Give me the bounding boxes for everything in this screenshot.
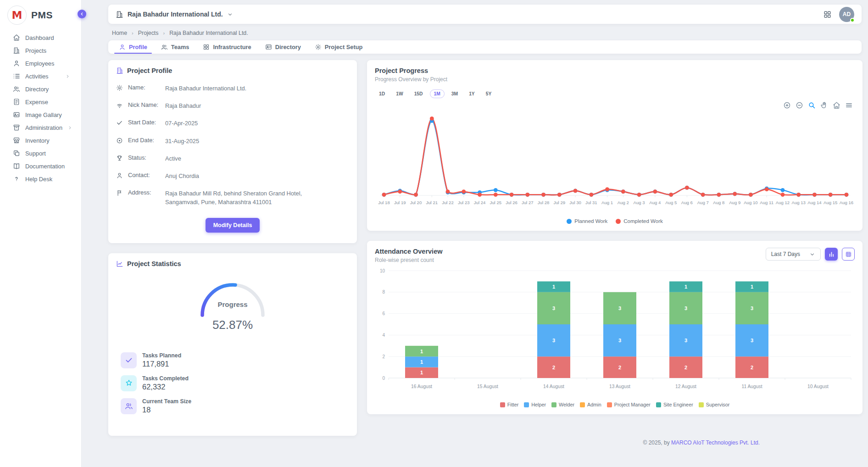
legend-welder[interactable]: Welder xyxy=(551,402,574,407)
svg-text:15 August: 15 August xyxy=(477,384,498,389)
users-icon xyxy=(13,85,20,93)
user-icon xyxy=(13,60,20,67)
progress-gauge: Progress 52.87% xyxy=(192,275,273,332)
sidebar-item-employees[interactable]: Employees xyxy=(0,57,81,70)
sidebar-item-directory[interactable]: Directory xyxy=(0,83,81,95)
sidebar-item-expense[interactable]: Expense xyxy=(0,95,81,108)
tab-profile[interactable]: Profile xyxy=(112,40,154,54)
bar-view-toggle[interactable] xyxy=(825,248,838,261)
stat-tasks-planned: Tasks Planned117,891 xyxy=(121,352,349,368)
range-button-15d[interactable]: 15D xyxy=(410,89,427,98)
svg-text:1: 1 xyxy=(420,359,423,365)
legend-completed-work[interactable]: Completed Work xyxy=(616,218,662,224)
range-button-1m[interactable]: 1M xyxy=(430,89,445,98)
svg-text:2: 2 xyxy=(618,365,621,370)
archive-icon xyxy=(13,124,20,131)
chevron-left-icon xyxy=(79,11,84,17)
tab-infrastructure[interactable]: Infrastructure xyxy=(196,40,258,54)
user-icon xyxy=(116,172,123,179)
sidebar-collapse-button[interactable] xyxy=(78,10,86,18)
legend-project-manager[interactable]: Project Manager xyxy=(607,402,651,407)
attendance-overview-card: Attendance Overview Role-wise present co… xyxy=(367,241,862,414)
svg-text:11 August: 11 August xyxy=(741,384,762,389)
legend-admin[interactable]: Admin xyxy=(580,402,601,407)
legend-site-engineer[interactable]: Site Engineer xyxy=(656,402,693,407)
svg-text:Jul 19: Jul 19 xyxy=(394,200,406,205)
legend-supervisor[interactable]: Supervisor xyxy=(699,402,730,407)
chart-toolbar xyxy=(375,101,853,109)
range-button-5y[interactable]: 5Y xyxy=(482,89,496,98)
app-logo[interactable]: M PMS xyxy=(0,0,81,31)
sidebar-item-support[interactable]: Support xyxy=(0,147,81,160)
sidebar: M PMS DashboardProjectsEmployeesActiviti… xyxy=(0,0,82,467)
svg-text:Jul 26: Jul 26 xyxy=(506,200,517,205)
selection-zoom-icon[interactable] xyxy=(808,101,816,109)
legend-fitter[interactable]: Fitter xyxy=(500,402,519,407)
table-view-toggle[interactable] xyxy=(842,248,855,261)
receipt-icon xyxy=(13,98,20,106)
svg-text:10: 10 xyxy=(380,268,385,273)
chart-menu-icon[interactable] xyxy=(845,101,853,109)
sidebar-item-label: Dashboard xyxy=(25,34,54,41)
sidebar-item-label: Administration xyxy=(25,124,62,131)
sidebar-item-inventory[interactable]: Inventory xyxy=(0,134,81,147)
footer-company-link[interactable]: MARCO AIoT Technologies Pvt. Ltd. xyxy=(671,439,760,446)
sidebar-item-documentation[interactable]: Documentation xyxy=(0,160,81,172)
stat-tasks-completed: Tasks Completed62,332 xyxy=(121,375,349,391)
gauge-value: 52.87% xyxy=(192,318,273,332)
avatar-initials: AD xyxy=(843,11,851,17)
progress-line-chart: Jul 18Jul 19Jul 20Jul 21Jul 22Jul 23Jul … xyxy=(375,109,855,216)
svg-text:Aug 6: Aug 6 xyxy=(681,200,693,205)
company-selector[interactable]: Raja Bahadur International Ltd. xyxy=(116,11,233,18)
pan-icon[interactable] xyxy=(820,101,828,109)
app-grid-icon[interactable] xyxy=(823,10,832,19)
gauge-label: Progress xyxy=(192,300,273,308)
check-icon xyxy=(116,119,123,126)
legend-planned-work[interactable]: Planned Work xyxy=(567,218,607,224)
breadcrumb-item-projects[interactable]: Projects xyxy=(138,30,159,36)
reset-zoom-icon[interactable] xyxy=(833,101,840,109)
star-icon xyxy=(121,375,137,391)
sidebar-item-activities[interactable]: Activities xyxy=(0,70,81,83)
attendance-bar-chart: 024681011116 August15 August233114 Augus… xyxy=(375,263,855,399)
svg-text:Aug 13: Aug 13 xyxy=(791,200,805,205)
sidebar-item-help-desk[interactable]: Help Desk xyxy=(0,172,81,185)
tab-project-setup[interactable]: Project Setup xyxy=(308,40,370,54)
brand-logo-icon: M xyxy=(7,6,27,25)
list-icon xyxy=(13,72,20,80)
profile-fields: Name:Raja Bahadur International Ltd.Nick… xyxy=(116,84,349,207)
app-name: PMS xyxy=(31,10,53,21)
svg-text:16 August: 16 August xyxy=(411,384,432,389)
zoom-in-icon[interactable] xyxy=(783,101,791,109)
svg-text:Jul 31: Jul 31 xyxy=(585,200,597,205)
sidebar-item-projects[interactable]: Projects xyxy=(0,44,81,57)
range-button-1d[interactable]: 1D xyxy=(375,89,389,98)
sidebar-item-image-gallary[interactable]: Image Gallary xyxy=(0,108,81,121)
range-button-1w[interactable]: 1W xyxy=(392,89,407,98)
users-icon xyxy=(161,44,168,50)
breadcrumb-item-home[interactable]: Home xyxy=(112,30,127,36)
svg-text:Jul 27: Jul 27 xyxy=(522,200,534,205)
svg-text:Aug 5: Aug 5 xyxy=(665,200,677,205)
help-icon xyxy=(13,175,20,183)
sidebar-item-label: Expense xyxy=(25,99,48,106)
svg-text:Jul 24: Jul 24 xyxy=(474,200,486,205)
legend-helper[interactable]: Helper xyxy=(524,402,546,407)
sidebar-nav: DashboardProjectsEmployeesActivitiesDire… xyxy=(0,31,81,185)
copy-icon xyxy=(13,150,20,157)
company-icon xyxy=(116,11,123,18)
zoom-out-icon[interactable] xyxy=(796,101,803,109)
svg-text:Aug 16: Aug 16 xyxy=(840,200,853,205)
range-button-3m[interactable]: 3M xyxy=(447,89,462,98)
modify-details-button[interactable]: Modify Details xyxy=(206,218,260,233)
profile-field-address: Address:Raja Bahadur Mill Rd, behind She… xyxy=(116,189,349,206)
sidebar-item-dashboard[interactable]: Dashboard xyxy=(0,31,81,44)
users-icon xyxy=(121,398,137,414)
svg-text:Aug 12: Aug 12 xyxy=(776,200,790,205)
tab-directory[interactable]: Directory xyxy=(258,40,308,54)
date-range-select[interactable]: Last 7 Days xyxy=(766,248,821,261)
sidebar-item-administration[interactable]: Administration xyxy=(0,121,81,134)
avatar[interactable]: AD xyxy=(839,7,854,22)
tab-teams[interactable]: Teams xyxy=(154,40,196,54)
range-button-1y[interactable]: 1Y xyxy=(465,89,479,98)
